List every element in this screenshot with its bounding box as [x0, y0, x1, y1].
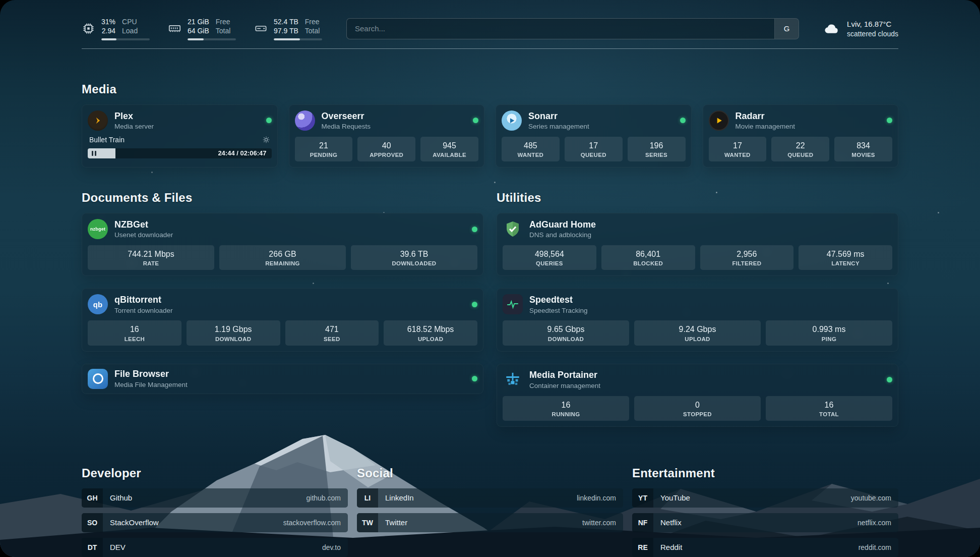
disk-usage-bar — [274, 38, 322, 40]
disk-total-value: 97.9 TB — [274, 26, 298, 35]
stat-value: 16 — [89, 324, 180, 334]
stat-label: LEECH — [89, 336, 180, 342]
gear-icon[interactable] — [262, 136, 270, 144]
stat-value: 744.21 Mbps — [89, 249, 213, 259]
service-card-qbittorrent[interactable]: qb qBittorrent Torrent downloader 16 LEE… — [82, 288, 483, 351]
status-dot — [887, 118, 892, 123]
radarr-icon — [709, 110, 729, 131]
now-playing-title: Bullet Train — [89, 136, 125, 144]
stat-label: RATE — [89, 260, 213, 266]
reddit-icon: RE — [632, 538, 653, 557]
disk-monitor: 52.4 TB 97.9 TB Free Total — [254, 17, 322, 40]
service-card-sonarr[interactable]: Sonarr Series management 485 WANTED 17 Q… — [496, 104, 692, 168]
service-card-plex[interactable]: Plex Media server Bullet Train — [82, 104, 278, 168]
status-dot — [266, 118, 272, 123]
section-documents: Documents & Files nzbget NZBGet Usenet d… — [82, 191, 483, 427]
cpu-monitor: 31% 2.94 CPU Load — [82, 17, 150, 40]
bookmark-row-dev[interactable]: DT DEV dev.to — [82, 538, 348, 557]
stat-box: 16 LEECH — [88, 320, 181, 345]
service-card-portainer[interactable]: Media Portainer Container management 16 … — [497, 364, 898, 427]
bookmark-name: YouTube — [660, 493, 690, 502]
disk-free-value: 52.4 TB — [274, 17, 298, 26]
stat-box: 834 MOVIES — [834, 137, 892, 161]
pause-icon[interactable] — [92, 151, 96, 156]
bookmark-row-reddit[interactable]: RE Reddit reddit.com — [632, 538, 898, 557]
stat-box: 266 GB REMAINING — [219, 245, 346, 270]
section-title-documents: Documents & Files — [82, 191, 483, 205]
stat-box: 47.569 ms LATENCY — [799, 245, 892, 270]
github-icon: GH — [82, 488, 103, 508]
bookmark-url: github.com — [307, 494, 341, 502]
stat-label: QUEUED — [772, 152, 828, 158]
search-provider-button[interactable]: G — [774, 19, 799, 39]
service-subtitle: Usenet downloader — [114, 231, 173, 239]
stat-box: 471 SEED — [285, 320, 379, 345]
status-dot — [472, 227, 477, 232]
bookmark-url: netflix.com — [858, 519, 891, 527]
service-title: Radarr — [736, 111, 795, 122]
stat-box: 618.52 Mbps UPLOAD — [384, 320, 477, 345]
search-input[interactable] — [347, 19, 774, 39]
service-subtitle: Torrent downloader — [114, 307, 173, 314]
memory-total-value: 64 GiB — [188, 26, 209, 35]
stat-value: 498,564 — [504, 249, 595, 259]
status-dot — [680, 118, 686, 123]
youtube-icon: YT — [632, 488, 653, 508]
media-time: 24:44 / 02:06:47 — [218, 148, 266, 158]
bookmark-row-netflix[interactable]: NF Netflix netflix.com — [632, 513, 898, 532]
bookmark-url: linkedin.com — [577, 494, 616, 502]
cloud-icon — [823, 22, 840, 35]
stat-box: 485 WANTED — [502, 137, 560, 161]
stat-label: UPLOAD — [385, 336, 476, 342]
service-card-adguard[interactable]: AdGuard Home DNS and adblocking 498,564 … — [497, 213, 898, 276]
service-subtitle: Series management — [528, 123, 589, 130]
stat-label: SERIES — [629, 152, 685, 158]
bookmark-row-stackoverflow[interactable]: SO StackOverflow stackoverflow.com — [82, 513, 348, 532]
status-dot — [887, 377, 892, 382]
qbittorrent-icon: qb — [88, 294, 108, 314]
stat-value: 0 — [635, 400, 760, 410]
stat-box: 40 APPROVED — [357, 137, 415, 161]
stat-value: 22 — [772, 141, 828, 150]
stat-box: 21 PENDING — [295, 137, 353, 161]
bookmark-row-github[interactable]: GH Github github.com — [82, 488, 348, 508]
stat-label: DOWNLOADED — [352, 260, 476, 266]
stat-label: RUNNING — [504, 411, 628, 417]
weather-widget: Lviv, 16.87°C scattered clouds — [823, 19, 898, 38]
stat-label: BLOCKED — [602, 260, 694, 266]
service-card-radarr[interactable]: Radarr Movie management 17 WANTED 22 QUE… — [703, 104, 899, 168]
stat-value: 266 GB — [220, 249, 345, 259]
hdd-icon — [254, 22, 268, 35]
dev-icon: DT — [82, 538, 103, 557]
weather-location-temp: Lviv, 16.87°C — [847, 19, 898, 29]
stat-box: 22 QUEUED — [771, 137, 829, 161]
service-card-nzbget[interactable]: nzbget NZBGet Usenet downloader 744.21 M… — [82, 213, 483, 276]
section-media: Media Plex Media server — [82, 82, 898, 168]
status-dot — [473, 118, 478, 123]
stat-box: 945 AVAILABLE — [420, 137, 478, 161]
bookmark-row-twitter[interactable]: TW Twitter twitter.com — [357, 513, 623, 532]
stat-box: 17 QUEUED — [565, 137, 623, 161]
bookmark-row-youtube[interactable]: YT YouTube youtube.com — [632, 488, 898, 508]
service-subtitle: Speedtest Tracking — [529, 307, 588, 314]
section-title-media: Media — [82, 82, 898, 96]
stat-label: APPROVED — [358, 152, 414, 158]
bookmark-url: stackoverflow.com — [283, 519, 341, 527]
service-card-speedtest[interactable]: Speedtest Speedtest Tracking 9.65 Gbps D… — [497, 288, 898, 351]
service-subtitle: Container management — [529, 382, 600, 389]
nzbget-icon: nzbget — [88, 219, 108, 239]
memory-free-value: 21 GiB — [188, 17, 209, 26]
section-social: Social LI LinkedIn linkedin.com TW Twitt… — [357, 466, 623, 557]
bookmark-row-linkedin[interactable]: LI LinkedIn linkedin.com — [357, 488, 623, 508]
section-title-social: Social — [357, 466, 623, 480]
service-card-filebrowser[interactable]: File Browser Media File Management — [82, 364, 483, 394]
stat-value: 618.52 Mbps — [385, 324, 476, 334]
section-title-utilities: Utilities — [497, 191, 898, 205]
disk-total-label: Total — [305, 26, 320, 35]
service-card-overseerr[interactable]: Overseerr Media Requests 21 PENDING 40 A… — [289, 104, 485, 168]
twitter-icon: TW — [357, 513, 378, 532]
service-subtitle: Media Requests — [322, 123, 371, 130]
bookmark-name: LinkedIn — [385, 493, 414, 502]
service-subtitle: Media File Management — [114, 381, 188, 388]
stat-label: DOWNLOAD — [504, 336, 628, 342]
